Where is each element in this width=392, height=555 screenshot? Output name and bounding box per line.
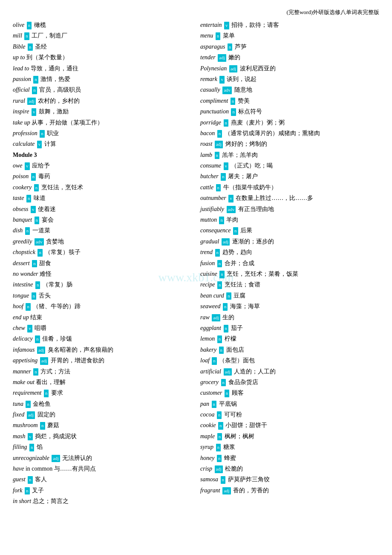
meaning: 职业: [47, 130, 59, 136]
list-item: cocoa n 可可粉: [200, 410, 379, 419]
pos-tag: adv: [222, 87, 232, 94]
list-item: seaweed n 海藻；海草: [200, 302, 379, 311]
pos-tag: n: [216, 32, 221, 40]
list-item: in short 总之；简言之: [13, 497, 192, 506]
pos-tag: n: [219, 271, 225, 278]
list-item: hoof n （猪、牛等的）蹄: [13, 302, 192, 311]
pos-tag: adj: [27, 98, 35, 105]
word: tuna: [13, 401, 23, 407]
list-item: asparagus n 芦笋: [200, 42, 379, 52]
pos-tag: n: [221, 173, 226, 181]
meaning: 难怪: [40, 271, 52, 277]
meaning: 面包店: [226, 347, 244, 353]
list-item: greedily adv 贪婪地: [13, 237, 192, 246]
word: up to: [13, 54, 25, 61]
word: lead to: [13, 65, 29, 72]
word: butcher: [200, 173, 219, 179]
list-item: delicacy n 佳肴，珍馐: [13, 334, 192, 344]
word: consequence: [200, 227, 231, 234]
list-item: grocery n 食品杂货店: [200, 378, 379, 387]
list-item: Module 3: [13, 150, 192, 160]
page-title: (完整word)外研版选修八单词表完整版: [13, 9, 379, 16]
list-item: consequence n 后果: [200, 226, 379, 235]
pos-tag: n: [35, 335, 40, 343]
meaning: 烤好的；烤制的: [225, 141, 267, 147]
meaning: 松脆的: [225, 465, 243, 472]
list-item: official n 官员，高级职员: [13, 85, 192, 95]
list-item: fusion n 合并；合成: [200, 259, 379, 268]
pos-tag: adj: [40, 357, 48, 365]
pos-tag: n: [25, 227, 30, 235]
word: obsess: [13, 206, 29, 212]
meaning: 导致，通向，通往: [31, 65, 78, 72]
meaning: 合并；合成: [225, 260, 254, 266]
list-item: chew v 咀嚼: [13, 324, 192, 333]
meaning: 顾客: [232, 390, 244, 396]
pos-tag: n: [32, 87, 37, 94]
meaning: 烹饪法；食谱: [225, 281, 260, 288]
meaning: 开胃的，增进食欲的: [51, 357, 104, 364]
meaning: 农村的，乡村的: [38, 98, 80, 104]
pos-tag: adj: [222, 238, 230, 246]
list-item: entertain v 招待，款待；请客: [200, 20, 379, 30]
meaning: 波利尼西亚的: [240, 65, 276, 72]
pos-tag: v: [224, 22, 229, 29]
meaning: 有正当理由地: [238, 206, 274, 212]
meaning: 牛（指菜牛或奶牛）: [223, 184, 277, 191]
meaning: 赞美: [238, 98, 250, 104]
pos-tag: adj: [212, 314, 220, 322]
list-item: profession n 职业: [13, 129, 192, 138]
meaning: 无法辨认的: [62, 455, 92, 461]
meaning: 圣经: [35, 43, 47, 50]
word: asparagus: [200, 43, 225, 50]
pos-tag: n: [26, 195, 32, 202]
pos-tag: n: [37, 249, 43, 257]
list-item: filling n 馅: [13, 442, 192, 452]
pos-tag: v: [219, 76, 225, 84]
word: bacon: [200, 130, 215, 136]
word: cookie: [200, 422, 216, 428]
list-item: Bible n 圣经: [13, 42, 192, 52]
list-item: tongue n 舌头: [13, 291, 192, 301]
pos-tag: n: [35, 217, 40, 224]
list-item: compliment n 赞美: [200, 96, 379, 106]
list-item: requirement n 要求: [13, 388, 192, 398]
word: poison: [13, 173, 29, 179]
word: banquet: [13, 217, 32, 223]
list-item: inspire v 鼓舞，激励: [13, 107, 192, 116]
list-item: samosa n 萨莫萨炸三角饺: [200, 475, 379, 484]
list-item: unrecognizable adj 无法辨认的: [13, 454, 192, 463]
meaning: 海藻；海草: [230, 303, 260, 309]
word: mash: [13, 433, 26, 439]
word: cookery: [13, 184, 32, 191]
meaning: 金枪鱼: [33, 401, 51, 407]
word: no wonder: [13, 271, 38, 277]
meaning: 招待，款待；请客: [231, 22, 279, 28]
word: Polynesian: [200, 65, 227, 72]
meaning: 应给予: [32, 162, 50, 169]
pos-tag: n: [34, 184, 39, 192]
meaning: 羊肉: [226, 217, 238, 223]
list-item: loaf n （条型）面包: [200, 356, 379, 365]
meaning: 平底锅: [219, 401, 237, 407]
word: profession: [13, 130, 37, 136]
meaning: 随意地: [234, 87, 252, 93]
meaning: 蘑菇: [47, 422, 59, 428]
word: inspire: [13, 108, 29, 115]
list-item: syrup n 糖浆: [200, 442, 379, 452]
pos-tag: v: [31, 206, 36, 214]
word: pan: [200, 401, 209, 407]
list-item: dish n 一道菜: [13, 226, 192, 235]
meaning: 总之；简言之: [33, 498, 69, 504]
meaning: 一道菜: [32, 227, 50, 234]
list-item: crisp adj 松脆的: [200, 464, 379, 474]
meaning: 宴会: [42, 217, 54, 223]
meaning: 味道: [34, 195, 46, 201]
pos-tag: n: [28, 476, 33, 484]
list-item: lamb n 羔羊；羔羊肉: [200, 150, 379, 160]
pos-tag: adj: [222, 487, 231, 495]
meaning: 芦笋: [235, 43, 247, 50]
word: have: [13, 465, 24, 472]
list-item: cookie n 小甜饼；甜饼干: [200, 421, 379, 430]
list-item: mushroom n 蘑菇: [13, 421, 192, 430]
